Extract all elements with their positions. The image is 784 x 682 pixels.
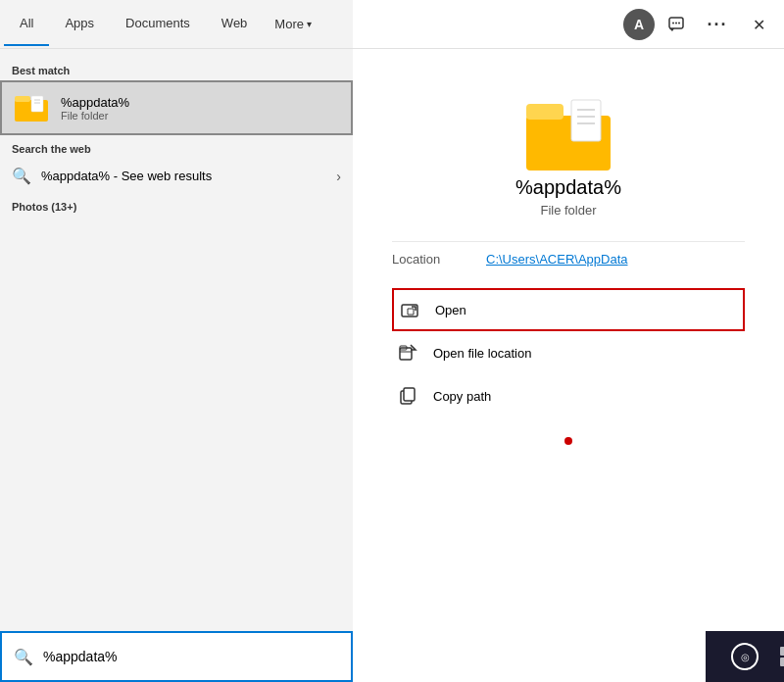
open-file-location-button[interactable]: Open file location [392,331,745,374]
file-type: File folder [540,203,596,218]
copy-path-icon [396,384,419,408]
search-panel: All Apps Documents Web More ▾ Best match… [0,0,353,682]
search-icon: 🔍 [12,167,31,185]
svg-rect-1 [15,96,30,102]
tabs-row: All Apps Documents Web More ▾ [0,0,353,49]
svg-rect-22 [780,658,784,666]
file-location-icon [396,341,419,365]
tab-apps[interactable]: Apps [49,2,110,46]
open-file-location-label: Open file location [433,346,531,361]
tab-web[interactable]: Web [206,2,264,46]
feedback-button[interactable] [657,5,696,44]
chevron-down-icon: ▾ [307,19,312,29]
location-label: Location [392,252,470,267]
status-indicator [564,437,572,445]
svg-rect-19 [404,388,415,401]
avatar-button[interactable]: A [623,9,655,40]
svg-rect-11 [571,100,601,141]
more-dots-icon: ··· [707,15,727,35]
web-item-text: %appdata% - See web results [41,169,212,183]
folder-icon-large [524,88,612,176]
results-section: Best match %appdata% File folder Search … [0,49,353,631]
open-icon [398,298,421,321]
photos-label: Photos (13+) [0,193,353,217]
svg-point-8 [678,23,680,24]
tab-more[interactable]: More ▾ [263,3,323,45]
feedback-icon [667,16,685,33]
svg-point-7 [675,23,677,24]
open-label: Open [435,303,466,317]
folder-icon-small [14,90,49,125]
right-panel-content: %appdata% File folder Location C:\Users\… [353,49,784,682]
svg-rect-10 [526,104,564,120]
location-row: Location C:\Users\ACER\AppData [392,241,745,276]
tab-all[interactable]: All [4,2,49,46]
right-panel: A ··· ✕ [353,0,784,682]
chevron-right-icon: › [336,169,341,184]
search-web-label: Search the web [0,135,353,159]
more-options-button[interactable]: ··· [698,5,737,44]
svg-rect-2 [31,96,43,112]
search-circle-icon: ◎ [731,643,759,670]
taskbar-search-button[interactable]: ◎ [723,635,766,678]
web-search-item[interactable]: 🔍 %appdata% - See web results › [0,159,353,193]
best-match-label: Best match [0,57,353,80]
search-box: 🔍 [0,631,353,682]
close-icon: ✕ [753,16,765,34]
best-match-subtitle: File folder [61,110,129,122]
best-match-title: %appdata% [61,95,129,110]
tab-documents[interactable]: Documents [110,2,206,46]
open-button[interactable]: Open [392,288,745,331]
location-value[interactable]: C:\Users\ACER\AppData [486,252,628,267]
best-match-item[interactable]: %appdata% File folder [0,80,353,135]
svg-rect-20 [780,647,784,656]
copy-path-label: Copy path [433,389,491,404]
file-name: %appdata% [515,176,621,199]
task-view-icon [779,646,784,667]
search-input[interactable] [43,649,339,664]
svg-point-6 [672,23,674,24]
taskbar-taskview-button[interactable] [768,635,784,678]
taskbar: ◎ 🖥 [706,631,784,682]
action-buttons: Open Open file location [392,288,745,417]
copy-path-button[interactable]: Copy path [392,374,745,417]
right-panel-header: A ··· ✕ [353,0,784,49]
search-icon-bottom: 🔍 [14,648,33,666]
close-button[interactable]: ✕ [739,5,778,44]
window-controls: A ··· ✕ [623,0,784,49]
